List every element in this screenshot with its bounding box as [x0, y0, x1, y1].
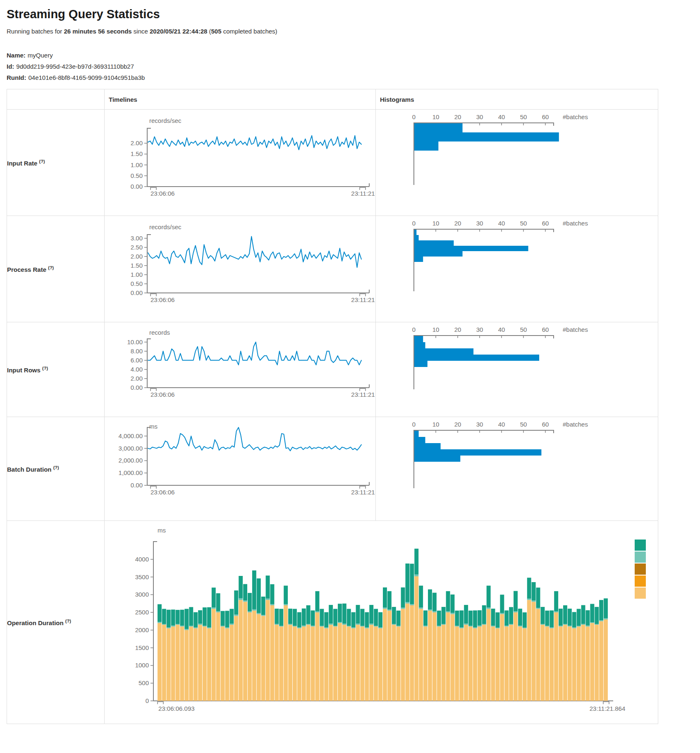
- svg-text:30: 30: [476, 326, 483, 333]
- svg-text:20: 20: [454, 113, 461, 120]
- svg-text:#batches: #batches: [563, 220, 588, 227]
- svg-text:3,000.00: 3,000.00: [119, 445, 143, 452]
- input-rate-timeline-chart: records/sec2.001.501.000.500.0023:06:062…: [105, 110, 375, 216]
- svg-text:records/sec: records/sec: [149, 223, 182, 230]
- svg-text:23:06:06.093: 23:06:06.093: [158, 705, 195, 712]
- query-runid-line: RunId:04e101e6-8bf8-4165-9099-9104c951ba…: [7, 72, 700, 83]
- svg-text:2000: 2000: [135, 626, 149, 633]
- completed-batches-count: 505: [211, 28, 222, 35]
- operation-duration-chart: ms4000350030002500200015001000500023:06:…: [105, 521, 658, 724]
- legend-swatch: [635, 552, 646, 563]
- svg-text:0: 0: [146, 697, 149, 704]
- svg-text:1.50: 1.50: [131, 262, 143, 269]
- svg-text:10: 10: [432, 326, 440, 333]
- svg-text:1000: 1000: [135, 662, 149, 669]
- row-label-operation-duration: Operation Duration: [7, 619, 64, 626]
- table-row-operation-duration: Operation Duration (?) ms400035003000250…: [7, 521, 658, 724]
- svg-text:6.00: 6.00: [131, 357, 143, 364]
- legend-swatch: [635, 540, 646, 551]
- svg-text:1,000.00: 1,000.00: [119, 469, 143, 476]
- svg-text:500: 500: [139, 679, 149, 686]
- svg-text:40: 40: [498, 421, 505, 428]
- svg-text:50: 50: [520, 421, 527, 428]
- table-row-input-rows: Input Rows (?) records10.008.006.004.002…: [7, 322, 658, 417]
- svg-text:0: 0: [412, 421, 416, 428]
- running-paren: (: [207, 28, 211, 35]
- page-title: Streaming Query Statistics: [7, 7, 700, 21]
- svg-text:3000: 3000: [135, 591, 149, 598]
- svg-text:20: 20: [454, 220, 461, 227]
- table-row-process-rate: Process Rate (?) records/sec3.002.502.00…: [7, 216, 658, 322]
- corner-header-cell: [7, 89, 105, 110]
- batch-duration-timeline-chart: ms4,000.003,000.002,000.001,000.000.0023…: [105, 417, 375, 520]
- svg-text:23:06:06: 23:06:06: [151, 391, 174, 398]
- svg-text:ms: ms: [158, 527, 166, 534]
- svg-text:2,000.00: 2,000.00: [119, 457, 143, 464]
- svg-text:23:06:06: 23:06:06: [151, 489, 174, 496]
- running-suffix: completed batches): [222, 28, 277, 35]
- help-icon[interactable]: (?): [48, 265, 54, 270]
- svg-text:60: 60: [542, 220, 549, 227]
- query-runid-label: RunId:: [7, 74, 26, 81]
- svg-text:0: 0: [412, 113, 416, 120]
- svg-text:10: 10: [432, 421, 440, 428]
- svg-text:40: 40: [498, 326, 505, 333]
- table-header-row: Timelines Histograms: [7, 89, 658, 110]
- svg-text:23:11:21: 23:11:21: [351, 391, 375, 398]
- svg-text:23:11:21.864: 23:11:21.864: [590, 705, 625, 712]
- running-prefix: Running batches for: [7, 28, 64, 35]
- svg-text:10: 10: [432, 113, 440, 120]
- input-rows-timeline-chart: records10.008.006.004.002.000.0023:06:06…: [105, 322, 375, 417]
- svg-text:#batches: #batches: [563, 326, 588, 333]
- svg-text:0.50: 0.50: [131, 172, 143, 179]
- svg-text:4000: 4000: [135, 556, 149, 563]
- running-start-time: 2020/05/21 22:44:28: [150, 28, 207, 35]
- svg-text:0.50: 0.50: [131, 280, 143, 287]
- legend-swatch: [635, 588, 646, 599]
- query-name-value: myQuery: [28, 52, 53, 59]
- svg-text:1500: 1500: [135, 644, 149, 651]
- svg-text:4,000.00: 4,000.00: [119, 432, 143, 439]
- svg-text:0.00: 0.00: [131, 482, 143, 489]
- svg-text:0.00: 0.00: [131, 183, 143, 190]
- query-id-value: 9d0dd219-995d-423e-b97d-36931110bb27: [16, 63, 134, 70]
- svg-text:1.00: 1.00: [131, 271, 143, 278]
- svg-text:23:06:06: 23:06:06: [151, 296, 174, 303]
- svg-text:10: 10: [432, 220, 440, 227]
- svg-text:2.50: 2.50: [131, 244, 143, 251]
- legend-swatch: [635, 576, 646, 587]
- svg-text:60: 60: [542, 421, 549, 428]
- row-label-process-rate: Process Rate: [7, 266, 46, 273]
- help-icon[interactable]: (?): [65, 619, 71, 624]
- svg-text:0: 0: [412, 220, 416, 227]
- svg-text:2500: 2500: [135, 609, 149, 616]
- svg-text:23:11:21: 23:11:21: [351, 489, 375, 496]
- row-label-input-rows: Input Rows: [7, 367, 41, 374]
- help-icon[interactable]: (?): [42, 366, 48, 371]
- process-rate-timeline-chart: records/sec3.002.502.001.501.000.500.002…: [105, 216, 375, 322]
- timelines-column-header: Timelines: [105, 89, 376, 110]
- svg-text:40: 40: [498, 220, 505, 227]
- help-icon[interactable]: (?): [53, 465, 59, 470]
- svg-text:ms: ms: [149, 423, 158, 430]
- svg-text:0.00: 0.00: [131, 289, 143, 296]
- input-rows-histogram-chart: 0102030405060#batches: [376, 322, 658, 417]
- svg-text:4.00: 4.00: [131, 366, 143, 373]
- help-icon[interactable]: (?): [39, 159, 45, 164]
- histograms-column-header: Histograms: [376, 89, 658, 110]
- svg-text:#batches: #batches: [563, 113, 588, 120]
- running-batches-summary: Running batches for 26 minutes 56 second…: [7, 28, 700, 35]
- svg-text:30: 30: [476, 113, 483, 120]
- svg-text:#batches: #batches: [563, 421, 588, 428]
- query-id-line: Id:9d0dd219-995d-423e-b97d-36931110bb27: [7, 61, 700, 72]
- input-rate-histogram-chart: 0102030405060#batches: [376, 110, 658, 216]
- svg-text:30: 30: [476, 220, 483, 227]
- svg-text:3.00: 3.00: [131, 235, 143, 242]
- svg-text:1.50: 1.50: [131, 150, 143, 157]
- svg-text:60: 60: [542, 113, 549, 120]
- svg-text:0.00: 0.00: [131, 384, 143, 391]
- process-rate-histogram-chart: 0102030405060#batches: [376, 216, 658, 322]
- table-row-batch-duration: Batch Duration (?) ms4,000.003,000.002,0…: [7, 417, 658, 521]
- svg-text:2.00: 2.00: [131, 253, 143, 260]
- query-meta: Name:myQuery Id:9d0dd219-995d-423e-b97d-…: [7, 50, 700, 83]
